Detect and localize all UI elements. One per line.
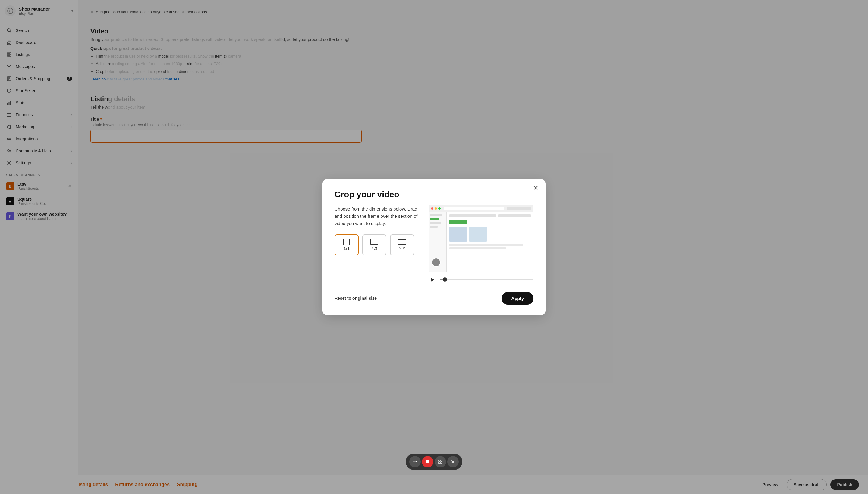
apply-button[interactable]: Apply — [501, 292, 533, 305]
aspect-4-3-icon — [370, 239, 378, 245]
progress-bar[interactable] — [440, 279, 533, 281]
modal-left-panel: Choose from the dimensions below. Drag a… — [335, 205, 419, 284]
recording-grid-button[interactable] — [435, 456, 446, 468]
video-controls: ▶ — [429, 275, 533, 284]
modal-right-panel: ▶ — [429, 205, 533, 284]
svg-point-30 — [416, 461, 417, 462]
svg-point-29 — [415, 461, 415, 462]
max-dot — [438, 207, 441, 210]
modal-close-button[interactable]: ✕ — [533, 185, 538, 192]
modal-description: Choose from the dimensions below. Drag a… — [335, 205, 419, 227]
modal-body: Choose from the dimensions below. Drag a… — [335, 205, 533, 284]
close-dot — [431, 207, 433, 210]
aspect-3-2-icon — [398, 239, 406, 245]
play-button[interactable]: ▶ — [429, 275, 437, 284]
svg-rect-33 — [441, 460, 442, 461]
avatar-circle — [431, 258, 441, 267]
recording-dots-button[interactable] — [409, 456, 421, 468]
svg-point-28 — [413, 461, 414, 462]
svg-rect-32 — [439, 460, 440, 461]
aspect-3-2-label: 3:2 — [399, 246, 405, 250]
browser-bar — [429, 205, 533, 212]
recording-close-button[interactable] — [447, 456, 459, 468]
aspect-btn-3-2[interactable]: 3:2 — [390, 234, 414, 255]
browser-main — [447, 212, 533, 272]
reset-button[interactable]: Reset to original size — [335, 296, 377, 301]
aspect-1-1-icon — [343, 239, 350, 245]
nav-buttons — [507, 207, 531, 210]
aspect-btn-1-1[interactable]: 1:1 — [335, 234, 359, 255]
aspect-btn-4-3[interactable]: 4:3 — [362, 234, 386, 255]
progress-dot — [443, 278, 447, 282]
aspect-options: 1:1 4:3 3:2 — [335, 234, 419, 255]
video-preview — [429, 205, 533, 272]
recording-stop-button[interactable] — [422, 456, 433, 468]
url-bar — [444, 207, 504, 210]
modal-title: Crop your video — [335, 190, 533, 200]
svg-rect-31 — [426, 460, 429, 463]
browser-content — [429, 212, 533, 272]
svg-rect-34 — [439, 462, 440, 463]
modal-overlay[interactable]: ✕ Crop your video Choose from the dimens… — [0, 0, 868, 494]
svg-rect-35 — [441, 462, 442, 463]
aspect-4-3-label: 4:3 — [372, 246, 377, 251]
video-thumbnail — [429, 205, 533, 272]
aspect-1-1-label: 1:1 — [344, 246, 350, 251]
modal-footer: Reset to original size Apply — [335, 292, 533, 305]
crop-video-modal: ✕ Crop your video Choose from the dimens… — [322, 179, 546, 316]
recording-bar — [406, 454, 462, 470]
min-dot — [435, 207, 437, 210]
